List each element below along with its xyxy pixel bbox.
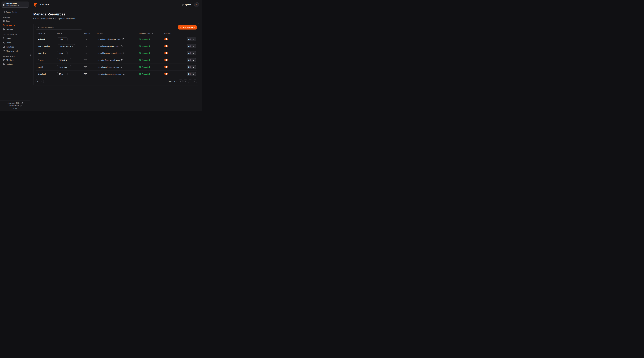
sidebar-item-roles[interactable]: Roles <box>2 41 29 45</box>
arrow-right-icon <box>192 52 194 54</box>
shield-check-icon <box>139 52 141 54</box>
ellipsis-icon <box>183 66 185 68</box>
copy-url-button[interactable] <box>122 73 125 75</box>
sidebar-item-shareable-links[interactable]: Shareable Links <box>2 49 29 53</box>
page-size-value: 20 <box>37 80 39 82</box>
resource-protocol: TCP <box>84 45 97 47</box>
search-icon <box>37 27 39 28</box>
enabled-toggle[interactable] <box>164 52 168 54</box>
site-link-button[interactable]: Office <box>57 51 68 55</box>
ellipsis-icon <box>183 38 185 40</box>
chevron-right-icon <box>189 80 191 82</box>
edit-resource-button[interactable]: Edit <box>187 37 196 41</box>
community-edition-label: Community Edition <box>8 102 20 104</box>
search-input[interactable] <box>40 26 81 28</box>
chevrons-up-down-icon <box>26 4 28 6</box>
community-edition-link[interactable]: Community Edition <box>8 102 23 104</box>
column-header-protocol: Protocol <box>84 33 97 35</box>
edit-resource-button[interactable]: Edit <box>187 58 196 62</box>
previous-page-button[interactable] <box>184 79 187 83</box>
section-heading: ORGANIZATION <box>2 56 29 57</box>
row-more-options-button[interactable] <box>182 45 185 48</box>
sidebar-item-sites[interactable]: Sites <box>2 19 29 23</box>
enabled-toggle[interactable] <box>164 59 168 61</box>
column-header-authentication[interactable]: Authentication <box>139 33 164 35</box>
sidebar-item-label: Invitations <box>6 46 14 48</box>
add-resource-label: Add Resource <box>183 26 195 28</box>
shield-check-icon <box>139 66 141 68</box>
copy-url-button[interactable] <box>122 38 125 41</box>
edit-resource-button[interactable]: Edit <box>187 72 196 76</box>
auth-status-label: Protected <box>142 66 150 68</box>
sidebar-item-server-admin[interactable]: Server Admin <box>2 10 29 14</box>
shield-check-icon <box>139 59 141 61</box>
server-icon <box>2 11 5 13</box>
edit-resource-button[interactable]: Edit <box>187 51 196 55</box>
table-row: Nextcloud Office TCP https://nextcloud.e… <box>36 71 197 78</box>
copy-url-button[interactable] <box>121 59 124 61</box>
enabled-toggle[interactable] <box>164 66 168 68</box>
site-link-button[interactable]: Office <box>57 72 68 76</box>
resource-protocol: TCP <box>84 73 97 75</box>
copy-icon <box>123 73 125 75</box>
site-link-button[interactable]: Home Lab <box>57 65 71 69</box>
site-link-button[interactable]: Office <box>57 37 68 41</box>
sidebar-item-label: Sites <box>6 20 10 22</box>
first-page-button[interactable] <box>179 79 182 83</box>
sidebar-item-users[interactable]: Users <box>2 36 29 41</box>
sidebar-item-label: Domains <box>6 29 13 31</box>
theme-selector[interactable]: System <box>182 4 192 6</box>
documentation-link[interactable]: Documentation <box>9 105 22 107</box>
sort-icon <box>43 33 45 35</box>
sites-icon <box>2 20 5 22</box>
org-switcher[interactable]: Organization milo@fossorial.io's ... <box>2 2 29 8</box>
table-row: Battery Monitor Edge Device 01 TCP https… <box>36 43 197 50</box>
next-page-button[interactable] <box>188 79 192 83</box>
copy-url-button[interactable] <box>123 52 125 54</box>
sidebar-item-invitations[interactable]: Invitations <box>2 45 29 49</box>
add-resource-button[interactable]: Add Resource <box>178 25 197 30</box>
copy-icon <box>120 45 122 47</box>
page-info: Page 1 of 1 <box>168 80 177 82</box>
enabled-toggle[interactable] <box>164 73 168 75</box>
sidebar-item-api-keys[interactable]: API Keys <box>2 58 29 62</box>
ellipsis-icon <box>183 59 185 61</box>
pangolin-logo[interactable]: PANGOLIN <box>33 3 50 7</box>
edit-resource-button[interactable]: Edit <box>187 65 196 69</box>
copy-icon <box>123 52 125 54</box>
site-link-button[interactable]: AWS VPC <box>57 58 71 62</box>
row-more-options-button[interactable] <box>182 38 185 41</box>
row-more-options-button[interactable] <box>182 73 185 75</box>
resource-protocol: TCP <box>84 52 97 54</box>
enabled-toggle[interactable] <box>164 45 168 47</box>
arrow-up-right-icon <box>64 53 66 54</box>
sidebar-item-settings[interactable]: Settings <box>2 62 29 66</box>
key-icon <box>2 59 5 61</box>
sidebar-item-domains[interactable]: Domains <box>2 27 29 32</box>
row-more-options-button[interactable] <box>182 52 185 55</box>
copy-url-button[interactable] <box>121 66 123 68</box>
row-more-options-button[interactable] <box>182 66 185 69</box>
edit-resource-button[interactable]: Edit <box>187 44 196 48</box>
link-icon <box>2 50 5 52</box>
row-more-options-button[interactable] <box>182 59 185 62</box>
resource-name: Battery Monitor <box>38 45 57 47</box>
site-link-button[interactable]: Edge Device 01 <box>57 44 75 48</box>
table-row: Bitwarden Office TCP https://bitwarden.e… <box>36 50 197 57</box>
sidebar-item-label: Settings <box>6 63 12 65</box>
last-page-button[interactable] <box>193 79 197 83</box>
enabled-toggle[interactable] <box>164 38 168 40</box>
column-header-name[interactable]: Name <box>38 33 57 35</box>
arrow-up-right-icon <box>72 46 74 47</box>
column-header-site[interactable]: Site <box>57 33 84 35</box>
resource-url: https://grafana.example.com <box>97 59 120 61</box>
page-size-select[interactable]: 20 <box>36 79 44 83</box>
theme-label: System <box>185 4 192 6</box>
sidebar-resize-handle[interactable] <box>30 55 31 57</box>
resource-protocol: TCP <box>84 66 97 68</box>
copy-url-button[interactable] <box>120 45 123 48</box>
sidebar-item-resources[interactable]: Resources <box>2 23 29 27</box>
edit-label: Edit <box>188 38 192 40</box>
user-avatar[interactable]: M <box>194 2 199 7</box>
table-toolbar: Add Resource <box>36 25 197 30</box>
